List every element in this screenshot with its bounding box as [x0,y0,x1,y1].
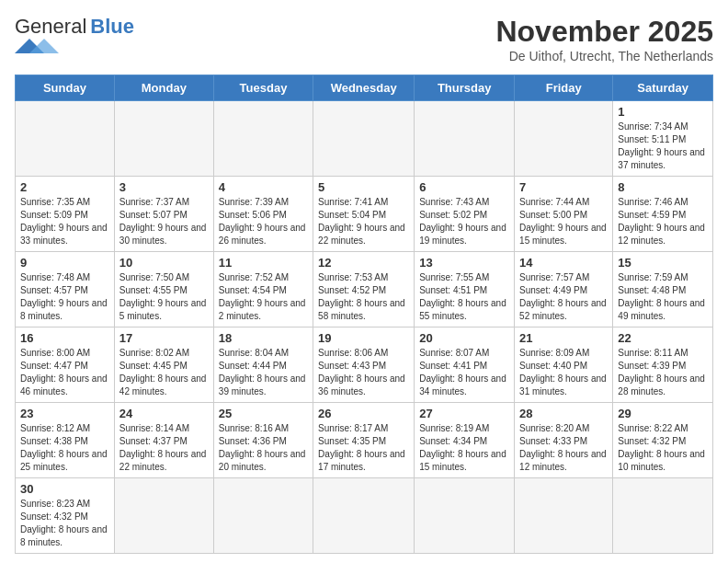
calendar-header-row: SundayMondayTuesdayWednesdayThursdayFrid… [16,75,713,101]
calendar-week-row: 23Sunrise: 8:12 AM Sunset: 4:38 PM Dayli… [16,403,713,478]
calendar-cell: 29Sunrise: 8:22 AM Sunset: 4:32 PM Dayli… [613,403,713,478]
day-of-week-header: Wednesday [313,75,415,101]
calendar-week-row: 1Sunrise: 7:34 AM Sunset: 5:11 PM Daylig… [16,101,713,177]
day-number: 7 [519,180,608,194]
logo-blue: Blue [90,15,134,39]
calendar-cell: 15Sunrise: 7:59 AM Sunset: 4:48 PM Dayli… [613,252,713,327]
month-title: November 2025 [495,15,713,49]
day-info: Sunrise: 7:35 AM Sunset: 5:09 PM Dayligh… [20,196,109,247]
day-of-week-header: Saturday [613,75,713,101]
day-info: Sunrise: 7:41 AM Sunset: 5:04 PM Dayligh… [318,196,409,247]
day-number: 22 [618,331,708,345]
day-info: Sunrise: 8:20 AM Sunset: 4:33 PM Dayligh… [519,422,608,474]
day-number: 3 [119,180,209,194]
calendar-week-row: 30Sunrise: 8:23 AM Sunset: 4:32 PM Dayli… [16,478,713,554]
day-info: Sunrise: 8:23 AM Sunset: 4:32 PM Dayligh… [20,498,109,549]
day-info: Sunrise: 7:43 AM Sunset: 5:02 PM Dayligh… [419,196,509,247]
day-number: 9 [20,256,109,270]
day-number: 17 [119,331,209,345]
calendar-cell: 22Sunrise: 8:11 AM Sunset: 4:39 PM Dayli… [613,327,713,403]
calendar-cell: 6Sunrise: 7:43 AM Sunset: 5:02 PM Daylig… [415,177,515,252]
day-of-week-header: Sunday [16,75,115,101]
calendar-cell: 7Sunrise: 7:44 AM Sunset: 5:00 PM Daylig… [515,177,613,252]
calendar-cell: 26Sunrise: 8:17 AM Sunset: 4:35 PM Dayli… [313,403,415,478]
calendar-cell: 5Sunrise: 7:41 AM Sunset: 5:04 PM Daylig… [313,177,415,252]
day-info: Sunrise: 8:19 AM Sunset: 4:34 PM Dayligh… [419,422,509,474]
day-number: 4 [219,180,308,194]
calendar-cell [415,101,515,177]
day-number: 26 [318,407,409,420]
calendar-cell: 27Sunrise: 8:19 AM Sunset: 4:34 PM Dayli… [415,403,515,478]
title-block: November 2025 De Uithof, Utrecht, The Ne… [495,15,713,63]
day-number: 14 [519,256,608,270]
calendar-cell: 1Sunrise: 7:34 AM Sunset: 5:11 PM Daylig… [613,101,713,177]
day-info: Sunrise: 7:57 AM Sunset: 4:49 PM Dayligh… [519,271,608,323]
location: De Uithof, Utrecht, The Netherlands [495,49,713,63]
calendar-cell: 30Sunrise: 8:23 AM Sunset: 4:32 PM Dayli… [16,478,115,554]
calendar-cell: 25Sunrise: 8:16 AM Sunset: 4:36 PM Dayli… [213,403,313,478]
day-info: Sunrise: 7:59 AM Sunset: 4:48 PM Dayligh… [618,271,708,323]
calendar-cell: 8Sunrise: 7:46 AM Sunset: 4:59 PM Daylig… [613,177,713,252]
calendar-cell [313,478,415,554]
day-info: Sunrise: 7:44 AM Sunset: 5:00 PM Dayligh… [519,196,608,247]
calendar-cell: 9Sunrise: 7:48 AM Sunset: 4:57 PM Daylig… [16,252,115,327]
day-info: Sunrise: 7:34 AM Sunset: 5:11 PM Dayligh… [618,121,708,172]
calendar-cell [16,101,115,177]
calendar-cell [613,478,713,554]
calendar-cell [213,478,313,554]
day-number: 12 [318,256,409,270]
logo-general: General [15,15,86,39]
day-number: 27 [419,407,509,420]
calendar-cell: 11Sunrise: 7:52 AM Sunset: 4:54 PM Dayli… [213,252,313,327]
day-number: 1 [618,105,708,119]
calendar-cell [515,478,613,554]
day-info: Sunrise: 7:55 AM Sunset: 4:51 PM Dayligh… [419,271,509,323]
day-info: Sunrise: 8:12 AM Sunset: 4:38 PM Dayligh… [20,422,109,474]
day-number: 5 [318,180,409,194]
day-info: Sunrise: 8:11 AM Sunset: 4:39 PM Dayligh… [618,347,708,398]
calendar-cell: 28Sunrise: 8:20 AM Sunset: 4:33 PM Dayli… [515,403,613,478]
calendar-cell: 2Sunrise: 7:35 AM Sunset: 5:09 PM Daylig… [16,177,115,252]
day-info: Sunrise: 8:02 AM Sunset: 4:45 PM Dayligh… [119,347,209,398]
day-number: 20 [419,331,509,345]
calendar-week-row: 2Sunrise: 7:35 AM Sunset: 5:09 PM Daylig… [16,177,713,252]
day-info: Sunrise: 8:16 AM Sunset: 4:36 PM Dayligh… [219,422,308,474]
calendar-week-row: 9Sunrise: 7:48 AM Sunset: 4:57 PM Daylig… [16,252,713,327]
day-number: 30 [20,482,109,496]
calendar-cell: 21Sunrise: 8:09 AM Sunset: 4:40 PM Dayli… [515,327,613,403]
day-number: 10 [119,256,209,270]
day-number: 24 [119,407,209,420]
calendar-cell: 14Sunrise: 7:57 AM Sunset: 4:49 PM Dayli… [515,252,613,327]
calendar-cell: 13Sunrise: 7:55 AM Sunset: 4:51 PM Dayli… [415,252,515,327]
calendar-cell [114,101,213,177]
day-number: 25 [219,407,308,420]
logo-icon [15,39,59,53]
calendar-cell: 19Sunrise: 8:06 AM Sunset: 4:43 PM Dayli… [313,327,415,403]
day-info: Sunrise: 7:46 AM Sunset: 4:59 PM Dayligh… [618,196,708,247]
logo: General Blue [15,15,134,53]
calendar-week-row: 16Sunrise: 8:00 AM Sunset: 4:47 PM Dayli… [16,327,713,403]
calendar-cell: 20Sunrise: 8:07 AM Sunset: 4:41 PM Dayli… [415,327,515,403]
day-number: 28 [519,407,608,420]
day-info: Sunrise: 7:53 AM Sunset: 4:52 PM Dayligh… [318,271,409,323]
calendar-cell: 4Sunrise: 7:39 AM Sunset: 5:06 PM Daylig… [213,177,313,252]
calendar-cell: 24Sunrise: 8:14 AM Sunset: 4:37 PM Dayli… [114,403,213,478]
calendar-cell [213,101,313,177]
day-number: 11 [219,256,308,270]
day-info: Sunrise: 7:48 AM Sunset: 4:57 PM Dayligh… [20,271,109,323]
day-info: Sunrise: 7:52 AM Sunset: 4:54 PM Dayligh… [219,271,308,323]
day-info: Sunrise: 8:14 AM Sunset: 4:37 PM Dayligh… [119,422,209,474]
day-info: Sunrise: 8:17 AM Sunset: 4:35 PM Dayligh… [318,422,409,474]
day-number: 2 [20,180,109,194]
day-info: Sunrise: 8:22 AM Sunset: 4:32 PM Dayligh… [618,422,708,474]
day-number: 16 [20,331,109,345]
day-of-week-header: Friday [515,75,613,101]
calendar-cell: 23Sunrise: 8:12 AM Sunset: 4:38 PM Dayli… [16,403,115,478]
day-number: 18 [219,331,308,345]
calendar-cell: 3Sunrise: 7:37 AM Sunset: 5:07 PM Daylig… [114,177,213,252]
day-number: 8 [618,180,708,194]
day-number: 23 [20,407,109,420]
day-of-week-header: Thursday [415,75,515,101]
day-number: 29 [618,407,708,420]
calendar-cell [114,478,213,554]
